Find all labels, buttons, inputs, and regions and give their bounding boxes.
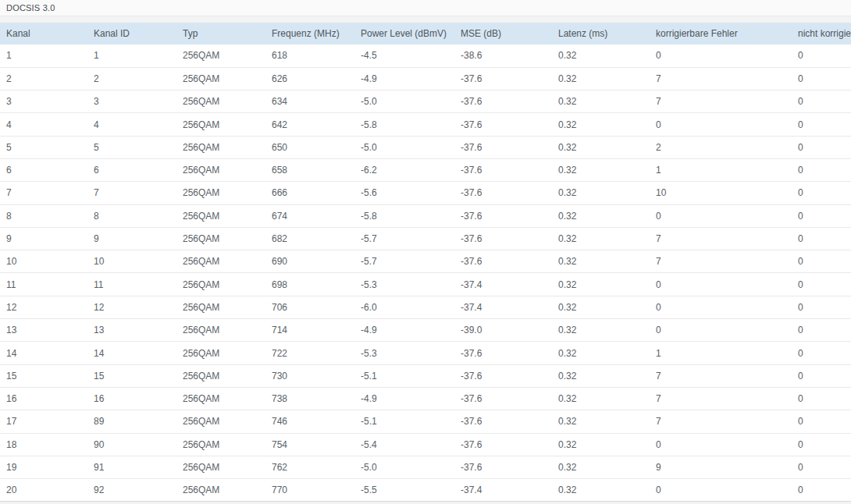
table-cell: 0.32 <box>552 136 650 158</box>
table-cell: -37.6 <box>454 91 552 113</box>
table-cell: 256QAM <box>176 91 265 113</box>
table-cell: -38.6 <box>454 44 552 67</box>
table-cell: -39.0 <box>454 319 552 342</box>
table-cell: 256QAM <box>176 227 265 250</box>
table-cell: 256QAM <box>176 456 265 478</box>
table-cell: 0 <box>792 342 851 364</box>
table-cell: -37.6 <box>454 433 552 456</box>
table-header: KanalKanal IDTypFrequenz (MHz)Power Leve… <box>0 23 851 44</box>
table-cell: 1 <box>87 44 176 67</box>
table-cell: 0 <box>792 433 851 456</box>
table-cell: 762 <box>265 456 354 478</box>
table-cell: 14 <box>0 342 87 364</box>
column-header: Frequenz (MHz) <box>265 23 354 44</box>
table-cell: 0.32 <box>552 319 650 342</box>
table-cell: -5.1 <box>354 364 454 387</box>
table-cell: 9 <box>87 227 176 250</box>
table-cell: 256QAM <box>176 136 265 158</box>
table-cell: 256QAM <box>176 364 265 387</box>
table-cell: 0 <box>792 479 851 502</box>
table-cell: 0 <box>650 273 792 296</box>
table-cell: 3 <box>87 91 176 113</box>
table-cell: 91 <box>87 456 176 478</box>
table-cell: 0.32 <box>552 91 650 113</box>
table-cell: 730 <box>265 364 354 387</box>
table-cell: 8 <box>87 204 176 227</box>
table-cell: 256QAM <box>176 387 265 410</box>
table-cell: 0 <box>792 319 851 342</box>
page-title: DOCSIS 3.0 <box>6 3 55 12</box>
table-cell: 256QAM <box>176 113 265 136</box>
table-cell: 17 <box>0 410 87 433</box>
table-cell: 16 <box>87 387 176 410</box>
table-cell: -37.6 <box>454 158 552 181</box>
table-cell: 0 <box>650 204 792 227</box>
table-cell: 13 <box>87 319 176 342</box>
table-cell: 0.32 <box>552 67 650 90</box>
table-cell: 256QAM <box>176 158 265 181</box>
column-header: Kanal <box>0 23 87 44</box>
table-cell: 0 <box>650 479 792 502</box>
docsis-status-page: DOCSIS 3.0 KanalKanal IDTypFrequenz (MHz… <box>0 0 851 504</box>
table-row: 1789256QAM746-5.1-37.60.3270 <box>0 410 851 433</box>
table-cell: 754 <box>265 433 354 456</box>
table-cell: 682 <box>265 227 354 250</box>
table-cell: 9 <box>0 227 87 250</box>
table-cell: 0.32 <box>552 250 650 273</box>
table-cell: -5.3 <box>354 342 454 364</box>
table-cell: 666 <box>265 182 354 204</box>
table-cell: 698 <box>265 273 354 296</box>
table-cell: 256QAM <box>176 250 265 273</box>
table-cell: 0.32 <box>552 158 650 181</box>
table-cell: 256QAM <box>176 410 265 433</box>
table-row: 55256QAM650-5.0-37.60.3220 <box>0 136 851 158</box>
table-row: 1212256QAM706-6.0-37.40.3200 <box>0 296 851 318</box>
table-cell: -37.6 <box>454 387 552 410</box>
table-cell: 738 <box>265 387 354 410</box>
table-cell: 722 <box>265 342 354 364</box>
column-header: Latenz (ms) <box>552 23 650 44</box>
table-cell: -6.0 <box>354 296 454 318</box>
table-cell: 90 <box>87 433 176 456</box>
table-cell: 12 <box>0 296 87 318</box>
table-cell: 746 <box>265 410 354 433</box>
table-cell: 256QAM <box>176 319 265 342</box>
table-cell: 89 <box>87 410 176 433</box>
table-cell: 674 <box>265 204 354 227</box>
table-cell: 0 <box>792 91 851 113</box>
table-cell: 7 <box>650 250 792 273</box>
table-cell: -5.1 <box>354 410 454 433</box>
table-cell: 256QAM <box>176 296 265 318</box>
table-cell: 0 <box>792 136 851 158</box>
table-cell: 20 <box>0 479 87 502</box>
channel-table-viewport: KanalKanal IDTypFrequenz (MHz)Power Leve… <box>0 23 851 502</box>
table-cell: -5.5 <box>354 479 454 502</box>
table-cell: -4.9 <box>354 67 454 90</box>
table-cell: 14 <box>87 342 176 364</box>
table-cell: -5.3 <box>354 273 454 296</box>
table-cell: -37.6 <box>454 67 552 90</box>
table-cell: -37.6 <box>454 410 552 433</box>
table-cell: 7 <box>650 364 792 387</box>
table-cell: 2 <box>87 67 176 90</box>
table-cell: -37.4 <box>454 296 552 318</box>
table-cell: 18 <box>0 433 87 456</box>
table-cell: 3 <box>0 91 87 113</box>
table-cell: 0.32 <box>552 364 650 387</box>
column-header: Kanal ID <box>87 23 176 44</box>
table-row: 66256QAM658-6.2-37.60.3210 <box>0 158 851 181</box>
table-cell: -37.6 <box>454 250 552 273</box>
table-cell: 256QAM <box>176 182 265 204</box>
table-cell: 0 <box>792 182 851 204</box>
table-cell: 0 <box>792 250 851 273</box>
table-cell: 2 <box>0 67 87 90</box>
table-cell: -37.4 <box>454 479 552 502</box>
table-row: 2092256QAM770-5.5-37.40.3200 <box>0 479 851 502</box>
table-cell: -5.7 <box>354 250 454 273</box>
table-cell: 11 <box>87 273 176 296</box>
table-cell: 0.32 <box>552 479 650 502</box>
table-cell: 0 <box>650 319 792 342</box>
table-cell: -37.6 <box>454 456 552 478</box>
docsis-channel-table: KanalKanal IDTypFrequenz (MHz)Power Leve… <box>0 23 851 502</box>
table-cell: 1 <box>0 44 87 67</box>
